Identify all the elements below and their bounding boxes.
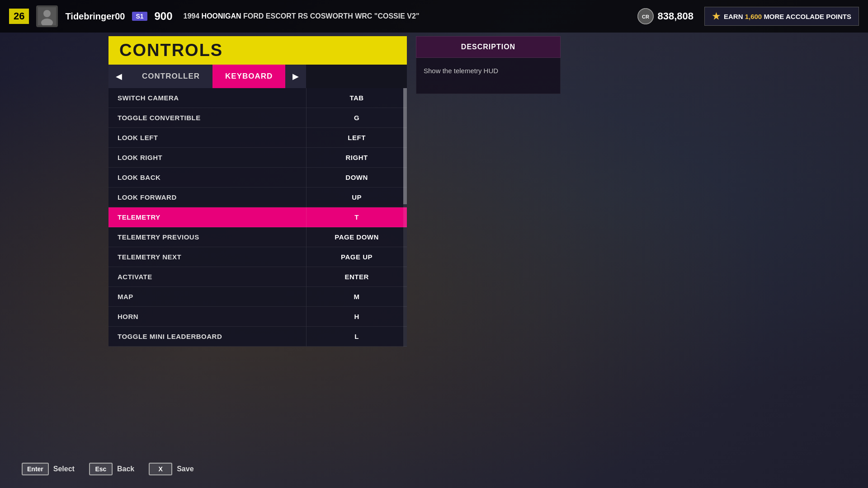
controls-table: SWITCH CAMERATABTOGGLE CONVERTIBLEGLOOK … (108, 88, 407, 347)
main-content: CONTROLS ◀ CONTROLLER KEYBOARD ▶ SWITCH … (108, 36, 407, 347)
scroll-thumb (403, 88, 407, 204)
key-cell: G (307, 108, 407, 128)
key-cell: ENTER (307, 267, 407, 287)
tab-next-button[interactable]: ▶ (285, 65, 306, 88)
controls-row-0[interactable]: SWITCH CAMERATAB (108, 88, 407, 108)
cr-amount: 838,808 (657, 10, 693, 22)
tab-controller[interactable]: CONTROLLER (129, 65, 212, 88)
action-cell: TOGGLE MINI LEADERBOARD (108, 327, 307, 347)
action-cell: TOGGLE CONVERTIBLE (108, 108, 307, 128)
controls-panel: CONTROLS ◀ CONTROLLER KEYBOARD ▶ SWITCH … (108, 36, 407, 347)
controls-row-9[interactable]: ACTIVATEENTER (108, 267, 407, 287)
action-cell: LOOK FORWARD (108, 188, 307, 207)
controls-row-1[interactable]: TOGGLE CONVERTIBLEG (108, 108, 407, 128)
description-body: Show the telemetry HUD (416, 58, 561, 94)
hint-item-2: XSave (149, 463, 193, 475)
controls-row-11[interactable]: HORNH (108, 307, 407, 327)
season-badge: S1 (132, 12, 147, 21)
tab-keyboard[interactable]: KEYBOARD (212, 65, 285, 88)
hint-label-0: Select (53, 465, 75, 473)
key-cell: RIGHT (307, 148, 407, 168)
hint-item-0: EnterSelect (22, 463, 75, 475)
controls-row-8[interactable]: TELEMETRY NEXTPAGE UP (108, 247, 407, 267)
action-cell: MAP (108, 287, 307, 307)
season-credits: 900 (155, 10, 173, 23)
key-cell: L (307, 327, 407, 347)
controls-row-5[interactable]: LOOK FORWARDUP (108, 188, 407, 207)
controls-title: CONTROLS (108, 36, 407, 65)
controls-row-3[interactable]: LOOK RIGHTRIGHT (108, 148, 407, 168)
key-cell: M (307, 287, 407, 307)
accolade-text: EARN 1,600 MORE ACCOLADE POINTS (724, 13, 851, 20)
hint-key-1: Esc (89, 463, 113, 475)
action-cell: SWITCH CAMERA (108, 88, 307, 108)
accolade-banner: ★ EARN 1,600 MORE ACCOLADE POINTS (704, 7, 859, 26)
hint-item-1: EscBack (89, 463, 134, 475)
action-cell: LOOK LEFT (108, 128, 307, 148)
hint-key-0: Enter (22, 463, 49, 475)
controls-row-4[interactable]: LOOK BACKDOWN (108, 168, 407, 188)
scrollbar[interactable] (403, 88, 407, 347)
controls-row-7[interactable]: TELEMETRY PREVIOUSPAGE DOWN (108, 227, 407, 247)
hint-label-2: Save (177, 465, 193, 473)
key-cell: H (307, 307, 407, 327)
key-cell: DOWN (307, 168, 407, 188)
controls-row-2[interactable]: LOOK LEFTLEFT (108, 128, 407, 148)
cr-icon: CR (637, 8, 654, 24)
star-icon: ★ (712, 11, 720, 22)
top-bar: 26 Tidebringer00 S1 900 1994 HOONIGAN FO… (0, 0, 868, 33)
action-cell: TELEMETRY PREVIOUS (108, 227, 307, 247)
key-cell: T (307, 207, 407, 227)
hint-label-1: Back (117, 465, 134, 473)
action-cell: HORN (108, 307, 307, 327)
action-cell: TELEMETRY (108, 207, 307, 227)
controls-row-12[interactable]: TOGGLE MINI LEADERBOARDL (108, 327, 407, 347)
tab-prev-button[interactable]: ◀ (108, 65, 129, 88)
svg-text:CR: CR (642, 14, 649, 19)
key-cell: TAB (307, 88, 407, 108)
action-cell: LOOK RIGHT (108, 148, 307, 168)
player-rank: 26 (9, 9, 29, 24)
player-avatar (36, 5, 58, 27)
controls-table-wrapper: SWITCH CAMERATABTOGGLE CONVERTIBLEGLOOK … (108, 88, 407, 347)
player-name: Tidebringer00 (65, 11, 125, 22)
car-info: 1994 HOONIGAN FORD ESCORT RS COSWORTH WR… (184, 12, 420, 20)
key-cell: UP (307, 188, 407, 207)
controls-row-10[interactable]: MAPM (108, 287, 407, 307)
key-cell: PAGE UP (307, 247, 407, 267)
description-title: DESCRIPTION (416, 36, 561, 58)
description-panel: DESCRIPTION Show the telemetry HUD (416, 36, 561, 94)
cr-badge: CR 838,808 (637, 8, 693, 24)
action-cell: ACTIVATE (108, 267, 307, 287)
svg-point-1 (43, 10, 51, 17)
controls-row-6[interactable]: TELEMETRYT (108, 207, 407, 227)
bottom-hints: EnterSelectEscBackXSave (22, 463, 194, 475)
key-cell: PAGE DOWN (307, 227, 407, 247)
hint-key-2: X (149, 463, 172, 475)
top-bar-right: CR 838,808 ★ EARN 1,600 MORE ACCOLADE PO… (637, 7, 859, 26)
action-cell: LOOK BACK (108, 168, 307, 188)
action-cell: TELEMETRY NEXT (108, 247, 307, 267)
tab-bar: ◀ CONTROLLER KEYBOARD ▶ (108, 65, 407, 88)
key-cell: LEFT (307, 128, 407, 148)
